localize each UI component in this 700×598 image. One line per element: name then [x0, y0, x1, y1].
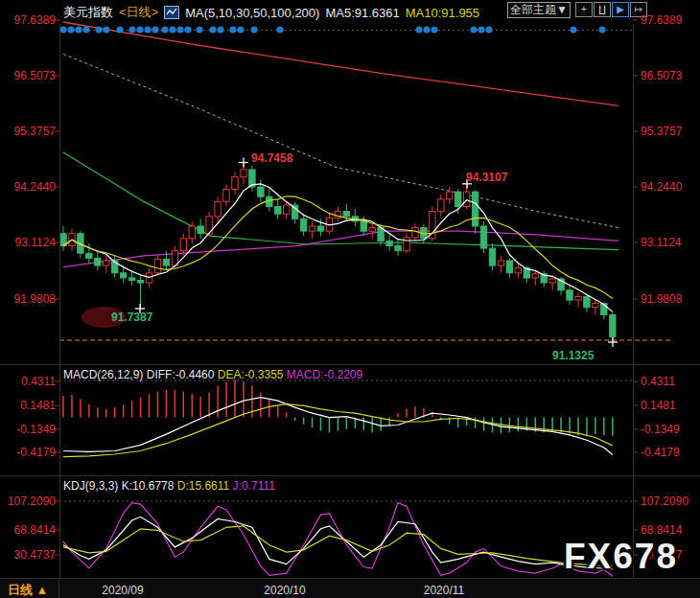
plot-right-border — [633, 24, 634, 578]
low-annotation-2: 91.1325 — [552, 349, 594, 362]
period-tab-daily[interactable]: 日线 ▲ — [8, 582, 48, 598]
ma-indicator-label: MA(5,10,30,50,100,200) — [185, 6, 319, 20]
indicator-chart-icon[interactable] — [164, 6, 179, 19]
macd-axis-label: -0.4179 — [641, 447, 680, 458]
time-axis-bar: 日线 ▲ 2020/09 2020/10 2020/11 — [0, 578, 700, 598]
diff-value: DIFF:-0.4460 — [147, 368, 215, 381]
symbol-title: 美元指数 — [63, 4, 113, 21]
chart-canvas[interactable] — [0, 0, 700, 598]
macd-label: MACD(26,12,9) — [63, 368, 143, 381]
main-axis-label: 93.1124 — [641, 237, 682, 248]
bottom-separator — [58, 579, 59, 598]
kdj-pane-divider — [0, 475, 700, 476]
date-label: 2020/09 — [102, 584, 143, 597]
d-value: D:15.6611 — [177, 479, 230, 493]
pointer-tool-icon[interactable]: ▶ — [612, 2, 629, 17]
macd-axis-label: -0.1349 — [2, 424, 56, 435]
main-axis-label: 91.9808 — [641, 293, 682, 305]
kdj-header: KDJ(9,3,3) K:10.6778 D:15.6611 J:0.7111 — [63, 479, 275, 493]
main-axis-label: 95.3757 — [641, 126, 682, 137]
kdj-axis-label: 107.2090 — [641, 495, 688, 507]
date-label: 2020/11 — [424, 584, 465, 597]
macd-axis-label: 0.4311 — [641, 376, 675, 387]
main-axis-label: 96.5073 — [2, 70, 56, 81]
main-axis-label: 91.9808 — [2, 293, 56, 305]
macd-axis-label: 0.1481 — [2, 400, 56, 411]
plot-left-border — [59, 24, 60, 578]
j-value: J:0.7111 — [233, 479, 275, 493]
chart-header: 美元指数<日线> MA(5,10,30,50,100,200) MA5:91.6… — [63, 4, 479, 21]
macd-pane-divider — [0, 364, 700, 365]
move-tool-icon[interactable]: + — [575, 2, 593, 17]
main-axis-label: 96.5073 — [641, 70, 682, 81]
period-tag: <日线> — [119, 4, 158, 21]
main-axis-label: 97.6389 — [2, 14, 56, 26]
kdj-axis-label: 68.8414 — [641, 524, 682, 536]
main-axis-label: 97.6389 — [641, 14, 682, 26]
macd-axis-label: 0.4311 — [2, 376, 56, 387]
axis-scale-icon[interactable]: ∐ — [594, 2, 611, 17]
main-axis-label: 94.2440 — [641, 181, 682, 193]
macd-axis-label: -0.1349 — [641, 424, 680, 435]
kdj-axis-label: 107.2090 — [2, 495, 56, 507]
main-axis-label: 95.3757 — [2, 126, 56, 137]
macd-header: MACD(26,12,9) DIFF:-0.4460 DEA:-0.3355 M… — [63, 368, 362, 381]
kdj-label: KDJ(9,3,3) — [63, 479, 118, 493]
macd-axis-label: 0.1481 — [641, 400, 676, 411]
dea-value: DEA:-0.3355 — [218, 368, 284, 381]
high-annotation-1: 94.7458 — [251, 151, 292, 165]
high-annotation-2: 94.3107 — [466, 171, 507, 184]
main-axis-label: 94.2440 — [2, 181, 56, 193]
kdj-axis-label: 68.8414 — [2, 524, 56, 536]
low-annotation-1: 91.7387 — [111, 310, 152, 324]
ma5-value-label: MA5:91.6361 — [325, 6, 399, 20]
date-label: 2020/10 — [264, 584, 305, 597]
trading-app-window: 美元指数<日线> MA(5,10,30,50,100,200) MA5:91.6… — [0, 0, 700, 598]
k-value: K:10.6778 — [122, 479, 175, 493]
ma10-value-label: MA10:91.955 — [406, 6, 479, 20]
main-axis-label: 93.1124 — [2, 237, 56, 248]
macd-value: MACD:-0.2209 — [287, 368, 362, 381]
kdj-axis-label: 30.4737 — [2, 549, 56, 561]
macd-axis-label: -0.4179 — [2, 447, 56, 458]
themes-dropdown[interactable]: 全部主题▼ — [507, 2, 571, 18]
fx678-watermark: FX678 — [564, 537, 678, 577]
